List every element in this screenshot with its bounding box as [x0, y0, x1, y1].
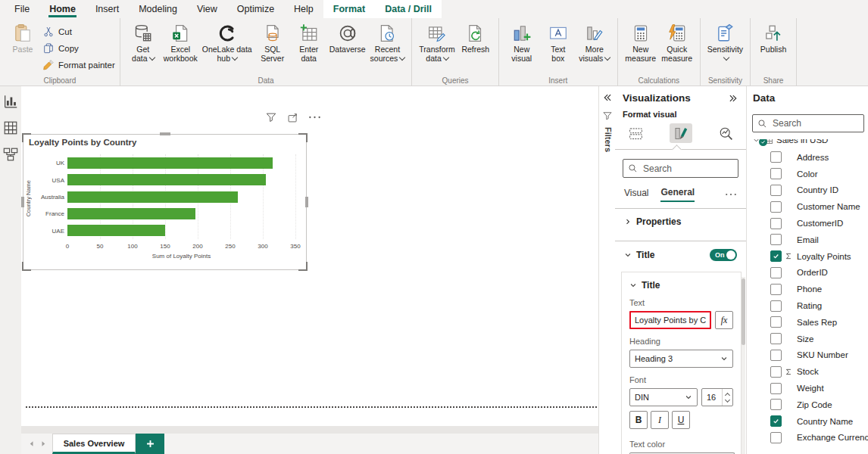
- field-row-orderid[interactable]: OrderID: [747, 265, 868, 281]
- ribbon-button-refresh[interactable]: Refresh: [457, 20, 494, 54]
- field-checkbox[interactable]: [770, 316, 782, 328]
- field-row-address[interactable]: Address: [747, 149, 868, 166]
- ribbon-button-enter-data[interactable]: Enterdata: [291, 20, 327, 63]
- viz-pane-scrollbar[interactable]: [742, 277, 745, 454]
- font-size-spinner[interactable]: 16: [701, 388, 733, 406]
- data-search-input[interactable]: [771, 117, 859, 129]
- tab-general[interactable]: General: [660, 187, 695, 202]
- field-checkbox[interactable]: [770, 415, 782, 427]
- rail-table-button[interactable]: [2, 120, 19, 136]
- ribbon-button-new-visual[interactable]: Newvisual: [504, 20, 540, 63]
- field-checkbox[interactable]: [770, 267, 782, 278]
- field-row-country-name[interactable]: Country Name: [747, 413, 868, 430]
- selection-corner[interactable]: [298, 262, 308, 271]
- field-checkbox[interactable]: [770, 350, 782, 361]
- field-checkbox[interactable]: [770, 218, 782, 229]
- title-text-input[interactable]: [629, 311, 711, 329]
- bold-button[interactable]: B: [629, 411, 648, 429]
- properties-section-header[interactable]: Properties: [615, 209, 746, 235]
- table-row-sales-in-usd[interactable]: Sales in USD: [753, 132, 868, 148]
- field-row-customerid[interactable]: CustomerID: [747, 215, 868, 232]
- field-row-zip-code[interactable]: Zip Code: [747, 396, 868, 413]
- italic-button[interactable]: I: [651, 411, 669, 429]
- field-row-size[interactable]: Size: [747, 331, 868, 347]
- bar-usa[interactable]: [67, 174, 266, 185]
- field-checkbox[interactable]: [770, 333, 782, 344]
- ribbon-button-get-data[interactable]: Getdata: [125, 20, 161, 63]
- expand-filters-icon[interactable]: [602, 92, 613, 103]
- ribbon-button-copy[interactable]: Copy: [42, 42, 115, 54]
- ribbon-button-publish[interactable]: Publish: [755, 20, 792, 54]
- ribbon-button-onelake-data-hub[interactable]: OneLake datahub: [200, 20, 254, 63]
- format-visual-tab[interactable]: [670, 123, 692, 143]
- ribbon-button-new-measure[interactable]: Newmeasure: [623, 20, 659, 63]
- more-tabs-icon[interactable]: [725, 192, 737, 197]
- field-row-country-id[interactable]: Country ID: [747, 182, 868, 199]
- title-section-header[interactable]: Title On: [615, 241, 746, 269]
- ribbon-tab-home[interactable]: Home: [39, 0, 86, 18]
- font-select[interactable]: DIN: [629, 388, 698, 406]
- ribbon-button-text-box[interactable]: Textbox: [540, 20, 576, 63]
- bar-australia[interactable]: [67, 191, 238, 203]
- build-visual-tab[interactable]: [624, 123, 647, 143]
- ribbon-button-excel-workbook[interactable]: Excelworkbook: [161, 20, 200, 63]
- field-checkbox[interactable]: [770, 284, 782, 295]
- field-row-loyalty-points[interactable]: Loyalty Points: [747, 248, 868, 265]
- ribbon-button-format-painter[interactable]: Format painter: [42, 59, 115, 71]
- field-checkbox[interactable]: [770, 151, 782, 163]
- field-checkbox[interactable]: [770, 300, 782, 312]
- ribbon-tab-file[interactable]: File: [5, 0, 39, 18]
- spinner-buttons[interactable]: [722, 389, 732, 406]
- analytics-tab[interactable]: [714, 123, 737, 143]
- selection-corner[interactable]: [22, 262, 31, 271]
- ribbon-button-transform-data[interactable]: Transformdata: [417, 20, 457, 63]
- selection-corner[interactable]: [298, 133, 308, 142]
- field-row-sku-number[interactable]: SKU Number: [747, 347, 868, 364]
- ribbon-tab-format[interactable]: Format: [323, 0, 375, 18]
- ribbon-tab-data-drill[interactable]: Data / Drill: [375, 0, 442, 18]
- field-checkbox[interactable]: [770, 201, 782, 213]
- tab-visual[interactable]: Visual: [624, 188, 648, 201]
- field-row-customer-name[interactable]: Customer Name: [747, 198, 868, 215]
- previous-page-icon[interactable]: [29, 440, 34, 447]
- field-row-email[interactable]: Email: [747, 232, 868, 248]
- ribbon-tab-help[interactable]: Help: [284, 0, 323, 18]
- field-checkbox[interactable]: [770, 185, 782, 196]
- rail-report-button[interactable]: [2, 93, 19, 110]
- ribbon-button-cut[interactable]: Cut: [42, 26, 115, 38]
- field-checkbox[interactable]: [770, 250, 782, 262]
- visual-filter-icon[interactable]: [265, 111, 277, 123]
- next-page-icon[interactable]: [41, 440, 46, 447]
- collapse-visualizations-icon[interactable]: [728, 93, 738, 104]
- field-row-rating[interactable]: Rating: [747, 297, 868, 314]
- ribbon-tab-optimize[interactable]: Optimize: [227, 0, 284, 18]
- ribbon-tab-view[interactable]: View: [187, 0, 227, 18]
- ribbon-tab-modeling[interactable]: Modeling: [129, 0, 187, 18]
- field-row-weight[interactable]: Weight: [747, 380, 868, 396]
- field-row-exchange-currency[interactable]: Exchange Currency: [747, 430, 868, 446]
- field-checkbox[interactable]: [770, 432, 782, 443]
- bar-france[interactable]: [67, 208, 195, 219]
- field-checkbox[interactable]: [770, 366, 782, 378]
- bar-uk[interactable]: [67, 157, 273, 169]
- ribbon-tab-insert[interactable]: Insert: [86, 0, 129, 18]
- chart-visual[interactable]: Loyalty Points by Country Country Name U…: [23, 134, 307, 270]
- ribbon-button-more-visuals[interactable]: Morevisuals: [576, 20, 613, 63]
- viz-search-input[interactable]: [642, 163, 733, 175]
- title-toggle[interactable]: On: [710, 249, 737, 261]
- page-tab-sales-overview[interactable]: Sales Overview: [52, 434, 136, 454]
- rail-model-button[interactable]: [2, 146, 19, 163]
- card-title-header[interactable]: Title: [629, 280, 733, 291]
- field-row-stock[interactable]: Stock: [747, 363, 868, 380]
- filters-pane-title[interactable]: Filters: [602, 127, 613, 152]
- selection-handle[interactable]: [21, 197, 24, 207]
- new-page-button[interactable]: [136, 434, 164, 454]
- ribbon-button-dataverse[interactable]: Dataverse: [327, 20, 368, 54]
- more-options-icon[interactable]: [308, 115, 321, 120]
- field-row-color[interactable]: Color: [747, 166, 868, 182]
- field-checkbox[interactable]: [770, 234, 782, 245]
- ribbon-button-sensitivity[interactable]: Sensitivity: [705, 20, 745, 63]
- field-checkbox[interactable]: [770, 168, 782, 179]
- ribbon-button-recent-sources[interactable]: Recentsources: [368, 20, 407, 63]
- report-canvas[interactable]: Loyalty Points by Country Country Name U…: [21, 86, 598, 434]
